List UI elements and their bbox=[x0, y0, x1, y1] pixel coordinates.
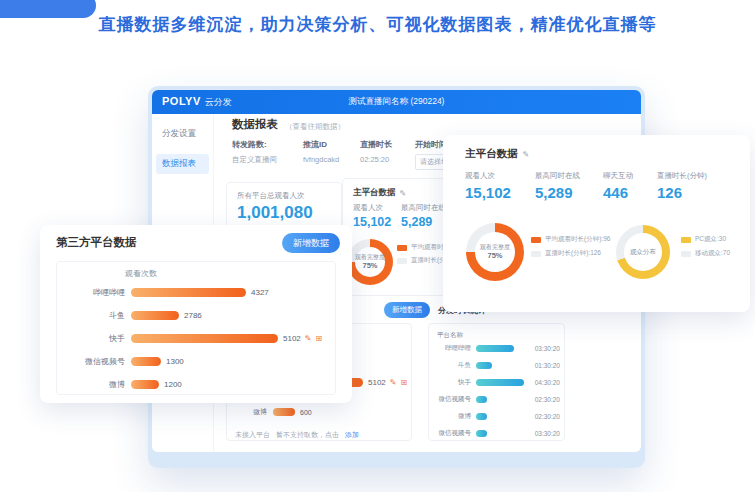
info-field-duration: 直播时长 02:25:20 bbox=[360, 139, 392, 164]
chart-row-weibo: 微博 1200 bbox=[63, 379, 182, 390]
bar bbox=[476, 430, 487, 437]
completion-donut-chart: 观看完整度 75% bbox=[347, 239, 393, 285]
legend-pc-audience: PC观众:30 bbox=[681, 235, 726, 244]
audience-donut-chart: 观众分布 bbox=[616, 225, 670, 279]
main-platform-card: 主平台数据 ✎ 观看人次 15,102 最高同时在线 5,289 聊天互动 44… bbox=[443, 135, 750, 312]
edit-icon[interactable]: ✎ bbox=[305, 334, 312, 343]
views-chart: 观看次数 哔哩哔哩 4327 斗鱼 2786 快手 5102 ✎ ⊞ 微信视频号 bbox=[56, 261, 336, 395]
report-heading-note[interactable]: （查看往期数据） bbox=[285, 122, 345, 132]
chart-row-bilibili: 哔哩哔哩 4327 bbox=[63, 287, 269, 298]
chart-row-douyu: 斗鱼 2786 bbox=[63, 310, 202, 321]
info-field-relay: 转发路数: 自定义直播间 bbox=[232, 139, 277, 165]
bar bbox=[476, 362, 492, 369]
duration-row: 微信视频号 02:30:20 bbox=[435, 395, 560, 404]
bar bbox=[131, 380, 159, 389]
legend-avg-watch: 平均观看时长(分钟):96 bbox=[531, 235, 610, 244]
page-title: 直播数据多维沉淀，助力决策分析、可视化数据图表，精准优化直播等 bbox=[0, 13, 755, 36]
bar bbox=[131, 334, 278, 343]
add-data-button[interactable]: 新增数据 bbox=[282, 233, 340, 253]
stat-peak-online: 最高同时在线 5,289 bbox=[535, 171, 580, 201]
bar bbox=[476, 413, 487, 420]
total-views-label: 所有平台总观看人次 bbox=[237, 191, 305, 201]
legend-live-duration: 直播时长(分钟):126 bbox=[531, 249, 601, 258]
third-party-data-card: 第三方平台数据 新增数据 观看次数 哔哩哔哩 4327 斗鱼 2786 快手 5… bbox=[40, 225, 352, 403]
bar bbox=[476, 379, 524, 386]
add-data-button[interactable]: 新增数据 bbox=[384, 302, 430, 318]
duration-chart-header: 平台名称 bbox=[437, 331, 463, 340]
duration-row: 斗鱼 01:30:20 bbox=[435, 361, 560, 370]
sidebar-item-distribution-settings[interactable]: 分发设置 bbox=[156, 124, 209, 144]
main-platform-card-title: 主平台数据 bbox=[465, 147, 518, 161]
total-views-panel: 所有平台总观看人次 1,001,080 bbox=[226, 182, 342, 230]
stat-live-duration: 直播时长(分钟) 126 bbox=[657, 171, 707, 201]
legend-swatch bbox=[681, 237, 691, 243]
add-icon[interactable]: ⊞ bbox=[316, 334, 323, 343]
completion-donut-chart: 观看完整度 75% bbox=[466, 223, 524, 281]
sidebar-item-data-report[interactable]: 数据报表 bbox=[156, 154, 209, 174]
not-supported-note: 未接入平台 暂不支持取数，点击 添加 bbox=[235, 430, 359, 440]
dashboard-header: POLYV 云分发 测试直播间名称 (290224) bbox=[152, 90, 641, 114]
bar bbox=[131, 357, 161, 366]
add-icon[interactable]: ⊞ bbox=[401, 378, 408, 387]
edit-icon[interactable]: ✎ bbox=[390, 378, 397, 387]
stat-views: 观看人次 15,102 bbox=[353, 203, 391, 229]
room-title: 测试直播间名称 (290224) bbox=[152, 96, 641, 108]
bar bbox=[273, 408, 295, 416]
views-chart-title: 观看次数 bbox=[125, 268, 157, 279]
bar bbox=[131, 311, 179, 320]
legend-mobile-audience: 移动观众:70 bbox=[681, 249, 730, 258]
duration-row: 微博 02:30:20 bbox=[435, 412, 560, 421]
bar bbox=[131, 288, 246, 297]
edit-icon[interactable]: ✎ bbox=[523, 150, 530, 159]
bar bbox=[476, 345, 514, 352]
stat-peak-online: 最高同时在线 5,289 bbox=[401, 203, 446, 229]
legend-swatch bbox=[681, 251, 691, 257]
chart-row-weibo: 微博 600 bbox=[235, 407, 312, 417]
page: 直播数据多维沉淀，助力决策分析、可视化数据图表，精准优化直播等 POLYV 云分… bbox=[0, 0, 755, 492]
main-platform-title: 主平台数据 bbox=[353, 187, 396, 199]
legend-swatch bbox=[397, 245, 407, 251]
legend-swatch bbox=[531, 251, 541, 257]
report-heading: 数据报表 bbox=[232, 117, 278, 132]
third-party-card-title: 第三方平台数据 bbox=[56, 235, 137, 250]
stat-chat-interactions: 聊天互动 446 bbox=[603, 171, 633, 201]
legend-swatch bbox=[397, 258, 407, 264]
bar bbox=[476, 396, 487, 403]
total-views-value: 1,001,080 bbox=[237, 203, 313, 223]
stat-views: 观看人次 15,102 bbox=[465, 171, 511, 201]
legend-swatch bbox=[531, 237, 541, 243]
duration-row: 哔哩哔哩 03:30:20 bbox=[435, 344, 560, 353]
duration-chart-panel: 平台名称 哔哩哔哩 03:30:20 斗鱼 01:30:20 快手 04:30:… bbox=[428, 323, 565, 441]
chart-row-kuaishou: 快手 5102 ✎ ⊞ bbox=[63, 333, 322, 344]
add-link[interactable]: 添加 bbox=[345, 430, 359, 440]
duration-row: 快手 04:30:20 bbox=[435, 378, 560, 387]
info-field-stream-id: 推流ID fvfngdcakd bbox=[303, 139, 339, 164]
edit-icon[interactable]: ✎ bbox=[400, 189, 407, 198]
duration-row: 微信视频号 03:30:20 bbox=[435, 429, 560, 438]
chart-row-wechat-channels: 微信视频号 1300 bbox=[63, 356, 184, 367]
